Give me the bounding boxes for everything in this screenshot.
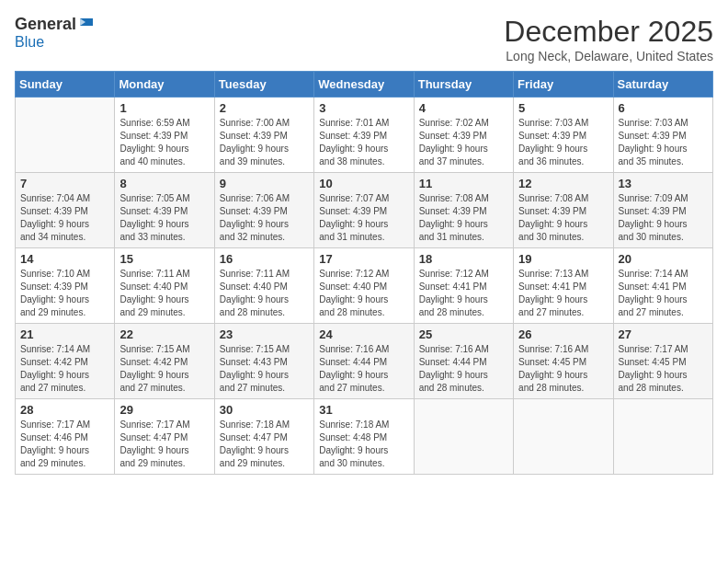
calendar-cell: 17Sunrise: 7:12 AM Sunset: 4:40 PM Dayli… <box>314 248 414 324</box>
day-number: 5 <box>518 101 608 115</box>
day-number: 6 <box>619 101 708 115</box>
day-number: 30 <box>220 403 309 417</box>
calendar-week-row: 21Sunrise: 7:14 AM Sunset: 4:42 PM Dayli… <box>16 324 713 399</box>
day-info: Sunrise: 7:14 AM Sunset: 4:42 PM Dayligh… <box>20 343 109 395</box>
calendar-week-row: 28Sunrise: 7:17 AM Sunset: 4:46 PM Dayli… <box>16 399 713 475</box>
header-sunday: Sunday <box>16 72 115 98</box>
calendar-cell: 18Sunrise: 7:12 AM Sunset: 4:41 PM Dayli… <box>414 248 513 324</box>
calendar-cell <box>613 399 712 475</box>
calendar-cell: 7Sunrise: 7:04 AM Sunset: 4:39 PM Daylig… <box>16 173 115 248</box>
calendar-cell: 12Sunrise: 7:08 AM Sunset: 4:39 PM Dayli… <box>514 173 613 248</box>
day-info: Sunrise: 7:04 AM Sunset: 4:39 PM Dayligh… <box>20 192 109 244</box>
day-number: 23 <box>220 327 309 341</box>
day-number: 8 <box>119 177 209 190</box>
day-number: 28 <box>20 403 109 417</box>
day-number: 4 <box>419 101 508 115</box>
day-number: 1 <box>119 101 209 115</box>
calendar-cell: 26Sunrise: 7:16 AM Sunset: 4:45 PM Dayli… <box>514 324 613 399</box>
day-number: 15 <box>119 252 209 266</box>
day-info: Sunrise: 7:10 AM Sunset: 4:39 PM Dayligh… <box>20 268 109 319</box>
day-number: 25 <box>419 327 508 341</box>
header-saturday: Saturday <box>613 72 712 98</box>
calendar-cell <box>414 399 513 475</box>
calendar-cell: 23Sunrise: 7:15 AM Sunset: 4:43 PM Dayli… <box>214 324 313 399</box>
day-info: Sunrise: 7:12 AM Sunset: 4:41 PM Dayligh… <box>419 268 508 319</box>
day-number: 3 <box>319 101 408 115</box>
day-number: 21 <box>20 327 109 341</box>
day-info: Sunrise: 7:16 AM Sunset: 4:44 PM Dayligh… <box>419 343 508 395</box>
calendar-cell: 5Sunrise: 7:03 AM Sunset: 4:39 PM Daylig… <box>514 98 613 173</box>
day-number: 18 <box>419 252 508 266</box>
header-thursday: Thursday <box>414 72 513 98</box>
day-info: Sunrise: 7:18 AM Sunset: 4:47 PM Dayligh… <box>220 419 309 470</box>
header-friday: Friday <box>514 72 613 98</box>
calendar-cell: 28Sunrise: 7:17 AM Sunset: 4:46 PM Dayli… <box>16 399 115 475</box>
day-info: Sunrise: 7:17 AM Sunset: 4:45 PM Dayligh… <box>619 343 708 395</box>
day-number: 27 <box>619 327 708 341</box>
day-number: 29 <box>119 403 209 417</box>
day-info: Sunrise: 7:12 AM Sunset: 4:40 PM Dayligh… <box>319 268 408 319</box>
calendar-cell: 9Sunrise: 7:06 AM Sunset: 4:39 PM Daylig… <box>214 173 313 248</box>
day-number: 19 <box>518 252 608 266</box>
day-number: 14 <box>20 252 109 266</box>
calendar-cell: 31Sunrise: 7:18 AM Sunset: 4:48 PM Dayli… <box>314 399 414 475</box>
day-info: Sunrise: 7:06 AM Sunset: 4:39 PM Dayligh… <box>220 192 309 244</box>
day-number: 16 <box>220 252 309 266</box>
calendar-cell: 30Sunrise: 7:18 AM Sunset: 4:47 PM Dayli… <box>214 399 313 475</box>
calendar-week-row: 1Sunrise: 6:59 AM Sunset: 4:39 PM Daylig… <box>16 98 713 173</box>
calendar-header-row: SundayMondayTuesdayWednesdayThursdayFrid… <box>16 72 713 98</box>
calendar-cell: 13Sunrise: 7:09 AM Sunset: 4:39 PM Dayli… <box>613 173 712 248</box>
day-info: Sunrise: 7:15 AM Sunset: 4:42 PM Dayligh… <box>119 343 209 395</box>
day-info: Sunrise: 7:11 AM Sunset: 4:40 PM Dayligh… <box>220 268 309 319</box>
calendar-cell: 2Sunrise: 7:00 AM Sunset: 4:39 PM Daylig… <box>214 98 313 173</box>
calendar-cell: 27Sunrise: 7:17 AM Sunset: 4:45 PM Dayli… <box>613 324 712 399</box>
calendar-cell: 14Sunrise: 7:10 AM Sunset: 4:39 PM Dayli… <box>16 248 115 324</box>
header-wednesday: Wednesday <box>314 72 414 98</box>
day-number: 13 <box>619 177 708 190</box>
calendar-cell: 15Sunrise: 7:11 AM Sunset: 4:40 PM Dayli… <box>115 248 214 324</box>
calendar-cell: 10Sunrise: 7:07 AM Sunset: 4:39 PM Dayli… <box>314 173 414 248</box>
header: General Blue December 2025 Long Neck, De… <box>15 15 713 63</box>
calendar-cell: 16Sunrise: 7:11 AM Sunset: 4:40 PM Dayli… <box>214 248 313 324</box>
logo-flag-icon <box>78 17 95 33</box>
calendar-cell: 19Sunrise: 7:13 AM Sunset: 4:41 PM Dayli… <box>514 248 613 324</box>
calendar-cell: 6Sunrise: 7:03 AM Sunset: 4:39 PM Daylig… <box>613 98 712 173</box>
day-number: 31 <box>319 403 408 417</box>
day-number: 24 <box>319 327 408 341</box>
day-number: 22 <box>119 327 209 341</box>
day-number: 17 <box>319 252 408 266</box>
logo-general: General <box>15 15 76 34</box>
day-info: Sunrise: 6:59 AM Sunset: 4:39 PM Dayligh… <box>119 117 209 168</box>
calendar-week-row: 14Sunrise: 7:10 AM Sunset: 4:39 PM Dayli… <box>16 248 713 324</box>
day-info: Sunrise: 7:05 AM Sunset: 4:39 PM Dayligh… <box>119 192 209 244</box>
month-title: December 2025 <box>504 15 713 49</box>
day-info: Sunrise: 7:18 AM Sunset: 4:48 PM Dayligh… <box>319 419 408 470</box>
day-info: Sunrise: 7:02 AM Sunset: 4:39 PM Dayligh… <box>419 117 508 168</box>
calendar-cell <box>514 399 613 475</box>
calendar-cell: 8Sunrise: 7:05 AM Sunset: 4:39 PM Daylig… <box>115 173 214 248</box>
day-info: Sunrise: 7:11 AM Sunset: 4:40 PM Dayligh… <box>119 268 209 319</box>
day-info: Sunrise: 7:16 AM Sunset: 4:45 PM Dayligh… <box>518 343 608 395</box>
day-info: Sunrise: 7:13 AM Sunset: 4:41 PM Dayligh… <box>518 268 608 319</box>
day-info: Sunrise: 7:15 AM Sunset: 4:43 PM Dayligh… <box>220 343 309 395</box>
day-number: 10 <box>319 177 408 190</box>
calendar-cell: 21Sunrise: 7:14 AM Sunset: 4:42 PM Dayli… <box>16 324 115 399</box>
day-info: Sunrise: 7:09 AM Sunset: 4:39 PM Dayligh… <box>619 192 708 244</box>
day-number: 20 <box>619 252 708 266</box>
day-number: 2 <box>220 101 309 115</box>
calendar-week-row: 7Sunrise: 7:04 AM Sunset: 4:39 PM Daylig… <box>16 173 713 248</box>
day-info: Sunrise: 7:08 AM Sunset: 4:39 PM Dayligh… <box>419 192 508 244</box>
day-number: 9 <box>220 177 309 190</box>
day-info: Sunrise: 7:16 AM Sunset: 4:44 PM Dayligh… <box>319 343 408 395</box>
calendar-cell: 24Sunrise: 7:16 AM Sunset: 4:44 PM Dayli… <box>314 324 414 399</box>
calendar-cell: 25Sunrise: 7:16 AM Sunset: 4:44 PM Dayli… <box>414 324 513 399</box>
calendar-cell <box>16 98 115 173</box>
day-info: Sunrise: 7:01 AM Sunset: 4:39 PM Dayligh… <box>319 117 408 168</box>
day-info: Sunrise: 7:07 AM Sunset: 4:39 PM Dayligh… <box>319 192 408 244</box>
day-info: Sunrise: 7:08 AM Sunset: 4:39 PM Dayligh… <box>518 192 608 244</box>
calendar-cell: 4Sunrise: 7:02 AM Sunset: 4:39 PM Daylig… <box>414 98 513 173</box>
day-number: 7 <box>20 177 109 190</box>
day-info: Sunrise: 7:17 AM Sunset: 4:47 PM Dayligh… <box>119 419 209 470</box>
day-number: 12 <box>518 177 608 190</box>
day-number: 26 <box>518 327 608 341</box>
